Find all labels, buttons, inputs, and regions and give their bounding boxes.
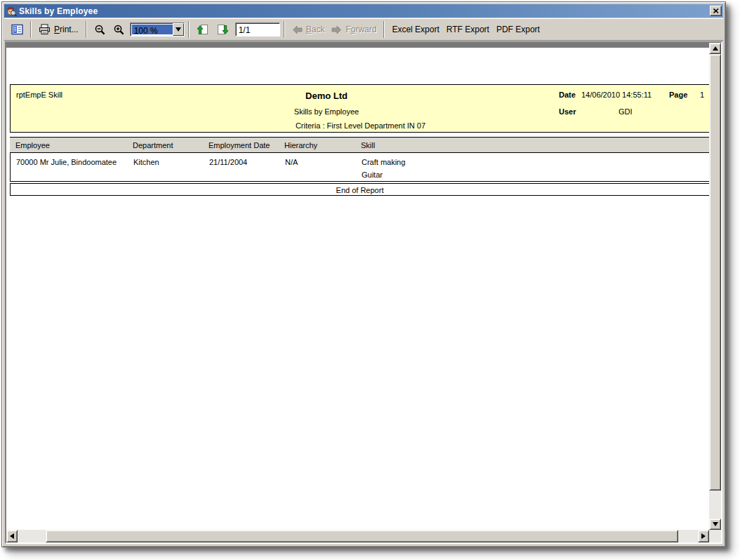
page-top-margin xyxy=(6,43,709,48)
cell-department: Kitchen xyxy=(133,158,159,166)
window-title: Skills by Employee xyxy=(19,6,708,16)
back-label: Back xyxy=(306,25,325,34)
toolbar-separator xyxy=(30,21,32,38)
column-header-department: Department xyxy=(133,141,173,149)
scroll-down-icon xyxy=(713,522,718,526)
zoom-combo-dropdown-button[interactable] xyxy=(173,23,184,36)
page-indicator-input[interactable]: 1/1 xyxy=(235,22,280,36)
pdf-export-button[interactable]: PDF Export xyxy=(493,20,543,39)
date-value: 14/06/2010 14:55:11 xyxy=(581,91,652,99)
report-page: rptEmpE Skill Demo Ltd Date 14/06/2010 1… xyxy=(6,48,709,530)
cell-employment-date: 21/11/2004 xyxy=(209,158,247,166)
cell-skill-1: Craft making xyxy=(362,158,405,166)
toolbar-separator xyxy=(284,21,285,38)
zoom-in-icon xyxy=(113,24,125,36)
cell-employee: 70000 Mr Julie, Bindoomatee xyxy=(16,158,117,166)
report-header: rptEmpE Skill Demo Ltd Date 14/06/2010 1… xyxy=(10,84,709,133)
page-number: 1 xyxy=(700,91,704,99)
user-value: GDI xyxy=(619,107,633,116)
table-row: 70000 Mr Julie, Bindoomatee Kitchen 21/1… xyxy=(10,153,709,182)
app-window: Skills by Employee xyxy=(1,1,726,547)
printer-icon xyxy=(39,24,51,35)
forward-button[interactable]: Forward xyxy=(328,20,380,39)
rtf-export-button[interactable]: RTF Export xyxy=(443,20,493,39)
forward-arrow-icon xyxy=(331,25,342,34)
close-button[interactable] xyxy=(710,6,722,16)
zoom-in-button[interactable] xyxy=(110,20,128,39)
group-tree-icon xyxy=(11,24,23,35)
forward-label: Forward xyxy=(345,25,376,34)
vertical-scrollbar-thumb[interactable] xyxy=(709,54,721,491)
page-label: Page xyxy=(669,91,687,99)
scrollbar-corner xyxy=(709,530,721,542)
next-page-icon xyxy=(216,24,229,36)
print-button[interactable]: Print... xyxy=(35,20,82,39)
scroll-up-button[interactable] xyxy=(709,43,721,54)
previous-page-icon xyxy=(197,24,209,36)
column-header-hierarchy: Hierarchy xyxy=(284,141,317,149)
app-icon xyxy=(6,6,17,17)
report-criteria: Criteria : First Level Department IN 07 xyxy=(11,121,709,130)
column-header-employment-date: Employment Date xyxy=(209,141,270,149)
table-header-row: Employee Department Employment Date Hier… xyxy=(10,137,709,153)
group-tree-button[interactable] xyxy=(8,20,27,39)
cell-skill-2: Guitar xyxy=(362,171,383,179)
print-label: Print... xyxy=(54,25,79,34)
zoom-out-icon xyxy=(94,24,106,36)
column-header-skill: Skill xyxy=(361,141,375,149)
column-header-employee: Employee xyxy=(15,141,50,149)
scroll-down-button[interactable] xyxy=(709,519,721,530)
end-of-report: End of Report xyxy=(10,183,709,196)
report-viewport: rptEmpE Skill Demo Ltd Date 14/06/2010 1… xyxy=(5,41,722,544)
toolbar-separator xyxy=(383,21,385,38)
date-label: Date xyxy=(559,91,576,99)
zoom-out-button[interactable] xyxy=(91,20,110,39)
report-title: Skills by Employee xyxy=(11,107,642,116)
next-page-button[interactable] xyxy=(213,20,232,39)
zoom-level-value: 100 % xyxy=(132,25,173,34)
toolbar-separator xyxy=(188,21,190,38)
horizontal-scrollbar-thumb[interactable] xyxy=(46,530,678,542)
scroll-up-icon xyxy=(713,46,718,51)
toolbar: Print... 100 % xyxy=(4,18,723,41)
back-button[interactable]: Back xyxy=(289,20,329,39)
scroll-right-icon xyxy=(701,533,706,539)
scroll-left-icon xyxy=(10,533,14,539)
vertical-scrollbar[interactable] xyxy=(709,43,721,530)
scroll-left-button[interactable] xyxy=(6,530,18,542)
zoom-level-combo[interactable]: 100 % xyxy=(130,22,185,36)
user-label: User xyxy=(559,107,576,116)
horizontal-scrollbar[interactable] xyxy=(6,530,709,542)
company-name: Demo Ltd xyxy=(11,91,642,101)
title-bar[interactable]: Skills by Employee xyxy=(4,4,723,18)
close-icon xyxy=(713,8,719,13)
excel-export-button[interactable]: Excel Export xyxy=(388,20,442,39)
cell-hierarchy: N/A xyxy=(285,158,298,166)
previous-page-button[interactable] xyxy=(193,20,213,39)
scroll-right-button[interactable] xyxy=(698,530,709,542)
chevron-down-icon xyxy=(176,27,181,32)
back-arrow-icon xyxy=(292,25,303,34)
toolbar-separator xyxy=(86,21,87,38)
